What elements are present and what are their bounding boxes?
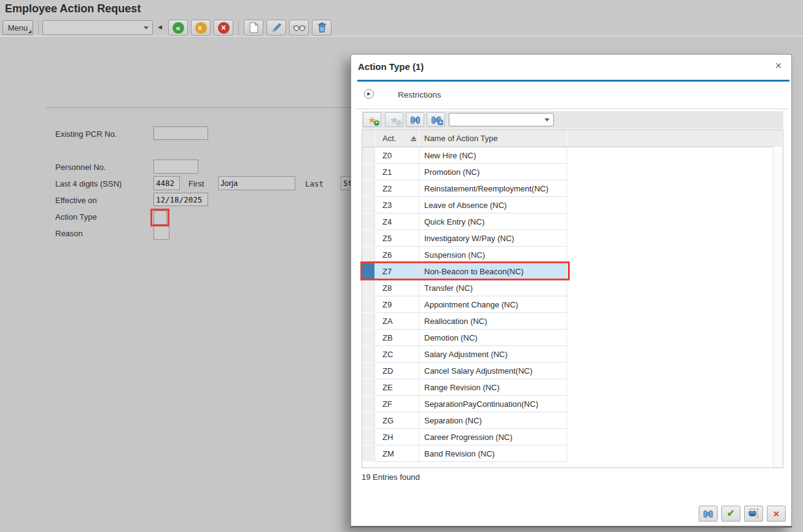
row-select-cell[interactable]: [362, 429, 375, 445]
header-act-column[interactable]: Act.: [375, 130, 419, 147]
action-name-cell[interactable]: Promotion (NC): [419, 164, 567, 180]
action-name-cell[interactable]: New Hire (NC): [419, 147, 567, 164]
header-name-column[interactable]: Name of Action Type: [419, 130, 567, 147]
row-select-cell[interactable]: [362, 346, 375, 363]
action-name-cell[interactable]: Suspension (NC): [419, 247, 567, 263]
action-code-cell[interactable]: Z9: [375, 296, 419, 313]
action-code-cell[interactable]: Z8: [375, 280, 419, 296]
action-name-cell[interactable]: Band Revision (NC): [419, 445, 567, 462]
table-row[interactable]: ZDCancel Salary Adjustment(NC): [362, 363, 783, 379]
table-row[interactable]: ZMBand Revision (NC): [362, 445, 783, 462]
effective-on-field[interactable]: [153, 193, 208, 206]
table-row[interactable]: Z2Reinstatement/Reemployment(NC): [362, 180, 783, 197]
action-name-cell[interactable]: Demotion (NC): [419, 330, 567, 346]
filter-input[interactable]: [434, 113, 545, 126]
display-button[interactable]: [289, 20, 309, 36]
personnel-no-field[interactable]: [153, 160, 198, 174]
exit-button[interactable]: «: [191, 20, 211, 36]
action-code-cell[interactable]: Z6: [375, 247, 419, 263]
action-name-cell[interactable]: Cancel Salary Adjustment(NC): [419, 363, 567, 379]
row-select-cell[interactable]: [362, 280, 375, 296]
first-name-field[interactable]: [218, 176, 295, 190]
action-name-cell[interactable]: Reinstatement/Reemployment(NC): [419, 180, 567, 197]
action-code-cell[interactable]: ZA: [375, 313, 419, 330]
action-code-cell[interactable]: ZM: [375, 445, 419, 462]
row-select-cell[interactable]: [362, 230, 375, 247]
action-name-cell[interactable]: Transfer (NC): [419, 280, 567, 296]
action-code-cell[interactable]: Z2: [375, 180, 419, 197]
table-row[interactable]: ZAReallocation (NC): [362, 313, 783, 330]
edit-button[interactable]: [266, 20, 286, 36]
table-row[interactable]: ZGSeparation (NC): [362, 412, 783, 429]
table-row[interactable]: ZCSalary Adjustment (NC): [362, 346, 783, 363]
dialog-close-button[interactable]: ×: [772, 59, 785, 72]
action-code-cell[interactable]: ZE: [375, 379, 419, 396]
row-select-cell[interactable]: [362, 197, 375, 214]
find-button[interactable]: [406, 112, 424, 127]
table-row[interactable]: ZFSeparationPayContinuation(NC): [362, 396, 783, 412]
action-name-cell[interactable]: Separation (NC): [419, 412, 567, 429]
print-button[interactable]: [744, 506, 763, 522]
back-button[interactable]: «: [168, 20, 188, 36]
row-select-cell[interactable]: [362, 296, 375, 313]
action-name-cell[interactable]: Leave of Absence (NC): [419, 197, 567, 214]
action-name-cell[interactable]: Salary Adjustment (NC): [419, 346, 567, 363]
command-input[interactable]: [33, 20, 144, 35]
action-name-cell[interactable]: Career Progression (NC): [419, 429, 567, 445]
action-code-cell[interactable]: Z3: [375, 197, 419, 214]
table-row[interactable]: Z0New Hire (NC): [362, 147, 783, 164]
table-row[interactable]: Z5Investigatory W/Pay (NC): [362, 230, 783, 247]
table-row[interactable]: Z9Appointment Change (NC): [362, 296, 783, 313]
action-code-cell[interactable]: ZF: [375, 396, 419, 412]
action-name-cell[interactable]: Range Revision (NC): [419, 379, 567, 396]
action-name-cell[interactable]: Investigatory W/Pay (NC): [419, 230, 567, 247]
table-row[interactable]: ZHCareer Progression (NC): [362, 429, 783, 445]
add-to-personal-list-button[interactable]: ★ +: [363, 112, 381, 127]
action-code-cell[interactable]: Z1: [375, 164, 419, 180]
table-scrollbar-track[interactable]: [773, 147, 783, 468]
table-row[interactable]: Z6Suspension (NC): [362, 247, 783, 263]
action-code-cell[interactable]: Z5: [375, 230, 419, 247]
reason-field[interactable]: [153, 226, 169, 240]
action-code-cell[interactable]: Z4: [375, 214, 419, 230]
table-row[interactable]: ZERange Revision (NC): [362, 379, 783, 396]
action-code-cell[interactable]: Z0: [375, 147, 419, 164]
row-select-cell[interactable]: [362, 396, 375, 412]
table-row[interactable]: Z1Promotion (NC): [362, 164, 783, 180]
create-button[interactable]: [244, 20, 263, 36]
accept-button[interactable]: ✔: [721, 506, 740, 522]
table-row[interactable]: Z3Leave of Absence (NC): [362, 197, 783, 214]
existing-pcr-field[interactable]: [153, 126, 208, 140]
table-row[interactable]: ZBDemotion (NC): [362, 330, 783, 346]
ssn-field[interactable]: [153, 176, 180, 190]
collapse-field-icon[interactable]: ◀: [158, 25, 162, 30]
row-select-cell[interactable]: [362, 363, 375, 379]
chevron-down-icon[interactable]: [144, 26, 149, 29]
action-code-cell[interactable]: ZB: [375, 330, 419, 346]
action-name-cell[interactable]: Appointment Change (NC): [419, 296, 567, 313]
action-code-cell[interactable]: ZD: [375, 363, 419, 379]
row-select-cell[interactable]: [362, 247, 375, 263]
row-select-cell[interactable]: [362, 313, 375, 330]
row-select-cell[interactable]: [362, 147, 375, 164]
action-name-cell[interactable]: Reallocation (NC): [419, 313, 567, 330]
row-select-cell[interactable]: [362, 379, 375, 396]
chevron-down-icon[interactable]: [545, 118, 549, 121]
delete-button[interactable]: [312, 20, 332, 36]
action-name-cell[interactable]: SeparationPayContinuation(NC): [419, 396, 567, 412]
footer-find-button[interactable]: [699, 506, 718, 522]
action-name-cell[interactable]: Quick Entry (NC): [419, 214, 567, 230]
row-select-cell[interactable]: [362, 164, 375, 180]
row-select-cell[interactable]: [362, 330, 375, 346]
table-row[interactable]: Z8Transfer (NC): [362, 280, 783, 296]
table-row[interactable]: Z4Quick Entry (NC): [362, 214, 783, 230]
row-select-cell[interactable]: [362, 214, 375, 230]
row-select-cell[interactable]: [362, 445, 375, 462]
action-code-cell[interactable]: ZC: [375, 346, 419, 363]
command-field[interactable]: [42, 20, 153, 35]
filter-combobox[interactable]: [449, 113, 554, 126]
row-select-cell[interactable]: [362, 412, 375, 429]
cancel-button[interactable]: ×: [214, 20, 233, 36]
footer-cancel-button[interactable]: ×: [767, 506, 786, 522]
action-code-cell[interactable]: ZG: [375, 412, 419, 429]
